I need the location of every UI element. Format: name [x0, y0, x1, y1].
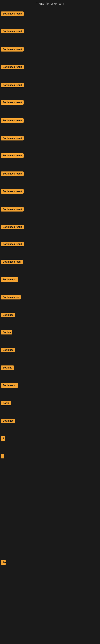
bottleneck-item-21: Bottlene: [1, 366, 14, 371]
bottleneck-item-10: Bottleneck result: [1, 172, 24, 177]
bottleneck-item-20: Bottlenec: [1, 348, 15, 353]
bottleneck-item-22: Bottleneck r: [1, 383, 18, 388]
bottleneck-badge-15[interactable]: Bottleneck resul: [1, 260, 23, 264]
bottleneck-badge-17[interactable]: Bottleneck res: [1, 295, 21, 300]
bottleneck-badge-7[interactable]: Bottleneck result: [1, 118, 24, 123]
bottleneck-badge-5[interactable]: Bottleneck result: [1, 83, 24, 87]
bottleneck-badge-2[interactable]: Bottleneck result: [1, 29, 24, 34]
bottleneck-badge-8[interactable]: Bottleneck result: [1, 136, 24, 140]
bottleneck-badge-10[interactable]: Bottleneck result: [1, 172, 24, 176]
bottleneck-badge-20[interactable]: Bottlenec: [1, 348, 15, 352]
bottleneck-badge-13[interactable]: Bottleneck result: [1, 225, 24, 229]
bottleneck-item-12: Bottleneck result: [1, 207, 24, 212]
bottleneck-item-6: Bottleneck result: [1, 100, 24, 106]
bottleneck-badge-18[interactable]: Bottlenec: [1, 313, 15, 317]
bottleneck-item-27: Bo: [1, 560, 6, 566]
bottleneck-item-16: Bottleneck r: [1, 277, 18, 282]
bottleneck-item-9: Bottleneck result: [1, 153, 24, 158]
bottleneck-badge-1[interactable]: Bottleneck result: [1, 12, 24, 16]
items-container: [0, 8, 100, 10]
bottleneck-badge-22[interactable]: Bottleneck r: [1, 383, 18, 388]
bottleneck-badge-14[interactable]: Bottleneck result: [1, 242, 24, 246]
bottleneck-badge-24[interactable]: Bottlenec: [1, 418, 15, 423]
bottleneck-item-13: Bottleneck result: [1, 225, 24, 230]
bottleneck-badge-26[interactable]: |: [1, 454, 4, 458]
bottleneck-badge-27[interactable]: Bo: [1, 560, 6, 565]
bottleneck-item-11: Bottleneck result: [1, 189, 24, 194]
bottleneck-item-17: Bottleneck res: [1, 295, 21, 300]
bottleneck-item-23: Bottle: [1, 401, 11, 406]
bottleneck-badge-12[interactable]: Bottleneck result: [1, 207, 24, 212]
bottleneck-badge-11[interactable]: Bottleneck result: [1, 189, 24, 194]
bottleneck-item-4: Bottleneck result: [1, 65, 24, 70]
site-header: TheBottlenecker.com: [0, 0, 100, 8]
bottleneck-item-1: Bottleneck result: [1, 12, 24, 17]
bottleneck-item-18: Bottlenec: [1, 313, 15, 318]
bottleneck-item-8: Bottleneck result: [1, 136, 24, 141]
bottleneck-item-7: Bottleneck result: [1, 118, 24, 124]
bottleneck-item-3: Bottleneck result: [1, 47, 24, 52]
bottleneck-badge-25[interactable]: B: [1, 436, 5, 441]
bottleneck-item-5: Bottleneck result: [1, 83, 24, 88]
bottleneck-item-15: Bottleneck resul: [1, 260, 23, 265]
bottleneck-item-26: |: [1, 454, 4, 459]
bottleneck-badge-23[interactable]: Bottle: [1, 401, 11, 405]
bottleneck-badge-19[interactable]: Bottlen: [1, 330, 12, 334]
bottleneck-badge-3[interactable]: Bottleneck result: [1, 47, 24, 52]
bottleneck-item-24: Bottlenec: [1, 418, 15, 424]
bottleneck-item-2: Bottleneck result: [1, 29, 24, 34]
bottleneck-badge-6[interactable]: Bottleneck result: [1, 100, 24, 105]
bottleneck-badge-4[interactable]: Bottleneck result: [1, 65, 24, 69]
bottleneck-badge-9[interactable]: Bottleneck result: [1, 153, 24, 158]
bottleneck-item-25: B: [1, 436, 5, 442]
bottleneck-badge-16[interactable]: Bottleneck r: [1, 277, 18, 282]
bottleneck-item-14: Bottleneck result: [1, 242, 24, 247]
bottleneck-badge-21[interactable]: Bottlene: [1, 366, 14, 370]
bottleneck-item-19: Bottlen: [1, 330, 12, 335]
